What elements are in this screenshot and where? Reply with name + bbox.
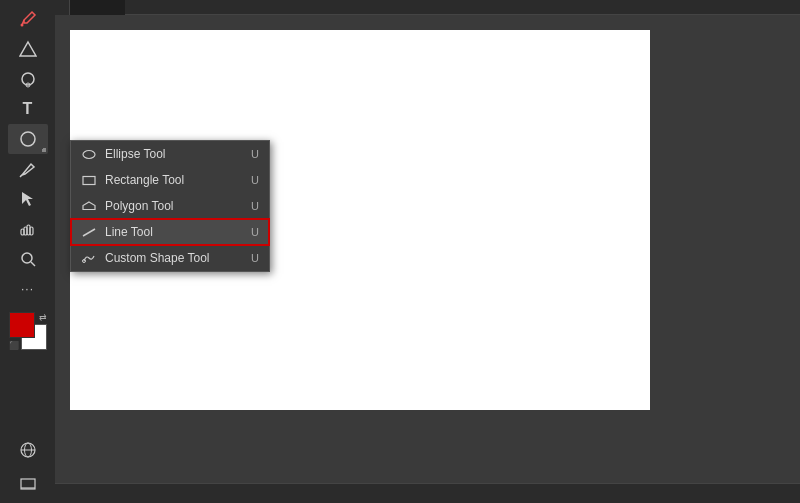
- svg-point-22: [83, 259, 86, 262]
- crop-tool[interactable]: [8, 34, 48, 64]
- reset-colors-button[interactable]: ⬛: [9, 341, 19, 350]
- horizontal-ruler: [125, 0, 800, 15]
- svg-rect-9: [30, 227, 33, 235]
- extra-tools[interactable]: ···: [8, 274, 48, 304]
- menu-item-polygon[interactable]: Polygon Tool U: [71, 193, 269, 219]
- swap-colors-button[interactable]: ⇄: [39, 312, 47, 322]
- svg-marker-2: [20, 42, 36, 56]
- line-tool-label: Line Tool: [105, 225, 243, 239]
- hand-tool[interactable]: [8, 214, 48, 244]
- eyedropper-tool[interactable]: [8, 4, 48, 34]
- color-swatches: ⇄ ⬛: [9, 312, 47, 350]
- toolbar: T: [0, 0, 55, 503]
- custom-shape-tool-shortcut: U: [251, 252, 259, 264]
- line-tool-shortcut: U: [251, 226, 259, 238]
- svg-line-21: [83, 229, 95, 236]
- svg-point-18: [83, 150, 95, 158]
- menu-item-rectangle[interactable]: Rectangle Tool U: [71, 167, 269, 193]
- svg-rect-19: [83, 176, 95, 184]
- svg-point-11: [22, 253, 32, 263]
- app-container: T: [0, 0, 800, 503]
- svg-point-1: [20, 24, 23, 27]
- rectangle-menu-icon: [81, 172, 97, 188]
- context-menu: Ellipse Tool U Rectangle Tool U Polygon …: [70, 140, 270, 272]
- tool-submenu-indicator: [42, 148, 46, 152]
- svg-point-5: [21, 132, 35, 146]
- menu-item-ellipse[interactable]: Ellipse Tool U: [71, 141, 269, 167]
- ellipse-tool-shortcut: U: [251, 148, 259, 160]
- zoom-tool[interactable]: [8, 244, 48, 274]
- screen-mode-tool[interactable]: [8, 469, 48, 499]
- ellipse-tool-label: Ellipse Tool: [105, 147, 243, 161]
- menu-item-custom[interactable]: Custom Shape Tool U: [71, 245, 269, 271]
- polygon-tool-label: Polygon Tool: [105, 199, 243, 213]
- dots-icon: ···: [21, 282, 34, 296]
- rectangle-tool-label: Rectangle Tool: [105, 173, 243, 187]
- menu-item-line[interactable]: Line Tool U: [71, 219, 269, 245]
- selection-tool[interactable]: [8, 184, 48, 214]
- custom-shape-tool-label: Custom Shape Tool: [105, 251, 243, 265]
- custom-shape-menu-icon: [81, 250, 97, 266]
- svg-line-12: [31, 262, 35, 266]
- shape-tool[interactable]: [8, 124, 48, 154]
- svg-line-6: [20, 175, 22, 177]
- line-menu-icon: [81, 224, 97, 240]
- svg-marker-20: [83, 202, 95, 210]
- bottom-bar: [55, 483, 800, 503]
- lasso-tool[interactable]: [8, 64, 48, 94]
- pen-tool[interactable]: [8, 154, 48, 184]
- polygon-tool-shortcut: U: [251, 200, 259, 212]
- polygon-menu-icon: [81, 198, 97, 214]
- foreground-color-swatch[interactable]: [9, 312, 35, 338]
- rectangle-tool-shortcut: U: [251, 174, 259, 186]
- svg-rect-10: [21, 229, 24, 235]
- type-tool[interactable]: T: [8, 94, 48, 124]
- globe-tool[interactable]: [8, 435, 48, 465]
- type-icon: T: [23, 100, 33, 118]
- ellipse-menu-icon: [81, 146, 97, 162]
